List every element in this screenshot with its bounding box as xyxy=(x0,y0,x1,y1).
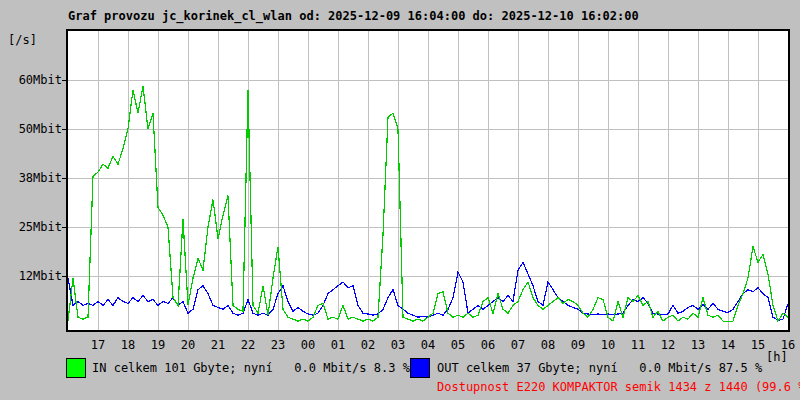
x-axis-tick-label: 08 xyxy=(533,338,563,352)
x-axis-tick-label: 11 xyxy=(623,338,653,352)
y-axis-tick-mark xyxy=(62,276,67,277)
x-axis-tick-label: 21 xyxy=(203,338,233,352)
x-axis-tick-label: 20 xyxy=(173,338,203,352)
legend-in-swatch xyxy=(66,358,86,378)
x-axis-tick-label: 07 xyxy=(503,338,533,352)
x-axis-tick-label: 22 xyxy=(233,338,263,352)
y-axis-tick-label: 12Mbit xyxy=(2,269,62,283)
legend-out-label: OUT celkem 37 Gbyte; nyní 0.0 Mbit/s 87.… xyxy=(437,361,762,375)
y-axis-tick-label: 25Mbit xyxy=(2,220,62,234)
y-axis-tick-mark xyxy=(62,80,67,81)
x-axis-tick-label: 04 xyxy=(413,338,443,352)
mrtg-traffic-page: { "colors": { "background": "#c0c0c0", "… xyxy=(0,0,800,400)
x-axis-tick-label: 13 xyxy=(683,338,713,352)
x-axis-tick-label: 19 xyxy=(143,338,173,352)
x-axis-tick-label: 14 xyxy=(713,338,743,352)
y-axis-tick-label: 50Mbit xyxy=(2,122,62,136)
y-axis-tick-label: 38Mbit xyxy=(2,171,62,185)
y-axis-unit-label: [/s] xyxy=(8,33,37,47)
x-axis-tick-label: 03 xyxy=(383,338,413,352)
x-axis-tick-label: 23 xyxy=(263,338,293,352)
x-axis-tick-label: 09 xyxy=(563,338,593,352)
legend-out-swatch xyxy=(410,358,430,378)
y-axis-tick-label: 60Mbit xyxy=(2,73,62,87)
plot-area xyxy=(66,29,790,332)
y-axis-tick-mark xyxy=(62,178,67,179)
x-axis-tick-label: 01 xyxy=(323,338,353,352)
x-axis-tick-label: 12 xyxy=(653,338,683,352)
y-axis-tick-mark xyxy=(62,227,67,228)
traffic-chart xyxy=(68,31,788,330)
x-axis-tick-label: 00 xyxy=(293,338,323,352)
availability-text: Dostupnost E220 KOMPAKTOR semik 1434 z 1… xyxy=(437,380,800,394)
x-axis-tick-label: 10 xyxy=(593,338,623,352)
x-axis-tick-label: 17 xyxy=(83,338,113,352)
x-axis-tick-label: 18 xyxy=(113,338,143,352)
y-axis-tick-mark xyxy=(62,129,67,130)
x-axis-unit-label: [h] xyxy=(766,350,788,364)
x-axis-tick-label: 06 xyxy=(473,338,503,352)
legend-in-label: IN celkem 101 Gbyte; nyní 0.0 Mbit/s 8.3… xyxy=(92,361,410,375)
page-title: Graf provozu jc_korinek_cl_wlan od: 2025… xyxy=(68,9,639,23)
x-axis-tick-label: 05 xyxy=(443,338,473,352)
x-axis-tick-label: 02 xyxy=(353,338,383,352)
